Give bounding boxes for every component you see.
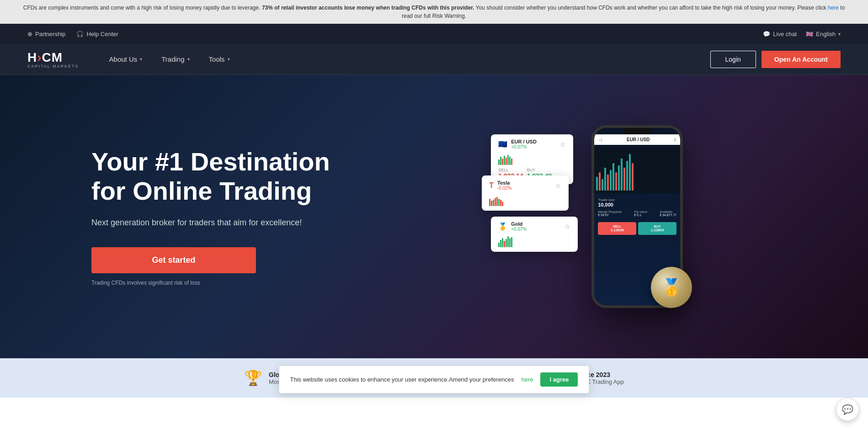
chat-icon: 💬 xyxy=(763,31,770,37)
gold-label: Gold xyxy=(511,221,527,227)
top-nav-right: 💬 Live chat 🇬🇧 English ▾ xyxy=(763,31,841,37)
hero-title-line1: Your #1 Destination xyxy=(91,147,330,176)
tools-label: Tools xyxy=(209,55,225,63)
phone-available: € 34,877.77 xyxy=(660,213,676,217)
phone-sell-button: SELL 1.12838 xyxy=(598,222,636,235)
award-medal: 🥇 xyxy=(651,267,692,308)
partnership-icon: ⊕ xyxy=(27,31,32,37)
help-center-label: Help Center xyxy=(86,31,118,37)
partnership-link[interactable]: ⊕ Partnership xyxy=(27,31,65,37)
nav-trading[interactable]: Trading ▾ xyxy=(154,52,197,67)
tools-chevron: ▾ xyxy=(228,57,230,62)
nav-links: About Us ▾ Trading ▾ Tools ▾ xyxy=(102,52,710,67)
help-center-link[interactable]: 🎧 Help Center xyxy=(76,31,118,37)
logo-text: H›CM xyxy=(27,50,79,65)
floating-card-gold: 🥇 Gold +0.67% ☆ xyxy=(491,217,578,252)
phone-trade-size: 10,000 xyxy=(598,202,676,207)
risk-link[interactable]: here xyxy=(828,5,839,11)
nav-actions: Login Open An Account xyxy=(710,51,841,68)
main-nav: H›CM Capital Markets About Us ▾ Trading … xyxy=(0,44,868,75)
login-button[interactable]: Login xyxy=(710,51,756,68)
risk-text-bold: 73% of retail investor accounts lose mon… xyxy=(262,5,474,11)
risk-text-before: CFDs are complex instruments and come wi… xyxy=(23,5,261,11)
cookie-agree-button[interactable]: I agree xyxy=(541,372,578,387)
flag-icon: 🇬🇧 xyxy=(806,31,813,37)
cookie-banner: This website uses cookies to enhance you… xyxy=(279,366,590,393)
hero-title-line2: for Online Trading xyxy=(91,176,312,205)
hero-title: Your #1 Destination for Online Trading xyxy=(91,147,434,206)
eurusd-label: EUR / USD xyxy=(511,139,537,144)
live-chat-label: Live chat xyxy=(773,31,797,37)
nav-about-us[interactable]: About Us ▾ xyxy=(102,52,150,67)
cookie-text: This website uses cookies to enhance you… xyxy=(290,376,514,383)
language-label: English xyxy=(816,31,836,37)
hero-section: Your #1 Destination for Online Trading N… xyxy=(0,75,868,358)
gold-change: +0.67% xyxy=(511,227,527,232)
tesla-label: Tesla xyxy=(497,180,512,186)
risk-text-after: You should consider whether you understa… xyxy=(476,5,826,11)
cookie-preferences-link[interactable]: here xyxy=(521,376,533,383)
phone-pair: EUR / USD xyxy=(627,137,650,142)
get-started-button[interactable]: Get started xyxy=(91,247,256,273)
phone-pip: € 0.1 xyxy=(634,213,641,217)
logo[interactable]: H›CM Capital Markets xyxy=(27,50,79,69)
trophy-icon-0: 🏆 xyxy=(244,369,262,387)
about-us-chevron: ▾ xyxy=(140,57,142,62)
phone-sell-price: 1.12838 xyxy=(600,228,634,232)
risk-banner: CFDs are complex instruments and come wi… xyxy=(0,0,868,24)
live-chat-button[interactable]: 💬 Live chat xyxy=(763,31,797,37)
nav-tools[interactable]: Tools ▾ xyxy=(202,52,237,67)
phone-buy-price: 1.12853 xyxy=(640,228,675,232)
logo-subtitle: Capital Markets xyxy=(27,64,79,69)
chevron-down-icon: ▾ xyxy=(838,32,841,37)
hero-subtitle: Next generation broker for traders that … xyxy=(91,217,434,229)
headset-icon: 🎧 xyxy=(76,31,84,37)
hero-risk-note: Trading CFDs involves significant risk o… xyxy=(91,280,434,286)
tesla-change: -0.02% xyxy=(497,186,512,191)
language-selector[interactable]: 🇬🇧 English ▾ xyxy=(806,31,841,37)
top-nav: ⊕ Partnership 🎧 Help Center 💬 Live chat … xyxy=(0,24,868,44)
trading-label: Trading xyxy=(161,55,184,63)
phone-chart xyxy=(594,148,680,193)
trading-chevron: ▾ xyxy=(187,57,190,62)
hero-visual: 🇪🇺 EUR / USD +0.07% ☆ xyxy=(434,116,777,317)
partnership-label: Partnership xyxy=(35,31,65,37)
top-nav-left: ⊕ Partnership 🎧 Help Center xyxy=(27,31,118,37)
floating-card-tesla: T Tesla -0.02% ☆ xyxy=(482,175,569,211)
hero-content: Your #1 Destination for Online Trading N… xyxy=(91,147,434,287)
eurusd-change: +0.07% xyxy=(511,144,537,149)
open-account-button[interactable]: Open An Account xyxy=(761,51,841,68)
phone-buy-button: BUY 1.12853 xyxy=(638,222,676,235)
about-us-label: About Us xyxy=(109,55,138,63)
phone-margin: € 54.97 xyxy=(598,213,608,217)
